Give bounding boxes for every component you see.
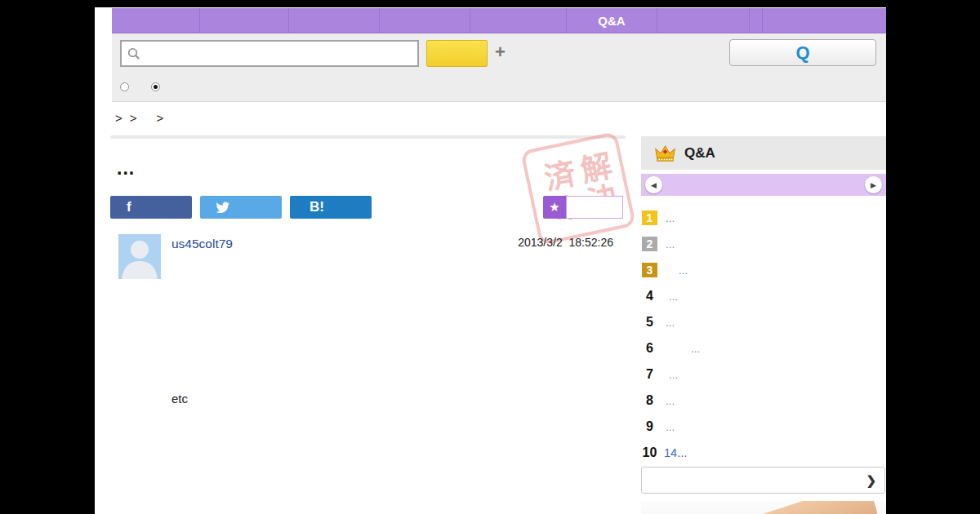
rank-badge-gold: 1 [642,210,657,225]
rank-number: 7 [642,367,657,382]
ranking-item-4[interactable]: 4 ... [641,283,886,309]
twitter-bird-icon [216,200,230,215]
nav-tab-4[interactable] [380,8,470,33]
rank-number: 8 [642,393,657,408]
question-title: ... [117,157,135,179]
search-input[interactable] [140,42,417,65]
chevron-right-icon: ❯ [866,473,876,488]
ranking-link[interactable]: ... [679,264,688,277]
search-icon [127,47,140,60]
ranking-link[interactable]: ... [666,212,675,224]
ranking-item-9[interactable]: 9 ... [641,414,886,440]
ranking-sidebar: Q&A ◀ ▶ 1 ... 2 ... 3 ... 4 [641,136,886,514]
search-scope-radio-1[interactable] [120,82,129,91]
ranking-link[interactable]: ... [669,369,678,381]
arm-photo-fragment [711,501,880,514]
hatena-bookmark-button[interactable]: B! [290,196,372,219]
ranking-more-button[interactable]: ❯ [641,467,885,494]
ranking-item-10[interactable]: 10 14... [641,440,886,466]
ranking-link[interactable]: ... [666,317,675,329]
content-page: Q&A + Q > > > ... 解決 済み f [95,7,886,514]
breadcrumb-separator: > [130,111,137,125]
post-body-text: etc [172,392,188,405]
favorite-widget: ★ [543,196,623,219]
ask-question-button[interactable]: Q [729,39,876,66]
favorite-star-button[interactable]: ★ [543,196,566,219]
username-link[interactable]: us45colt79 [172,237,233,251]
rank-badge-silver: 2 [642,237,657,251]
left-arrow-icon: ◀ [651,181,657,189]
ranking-link[interactable]: ... [669,290,678,303]
nav-tab-qa[interactable]: Q&A [567,8,657,33]
nav-tab-1[interactable] [112,8,200,33]
rank-number: 4 [642,289,657,304]
star-icon: ★ [549,200,559,215]
sidebar-image-teaser[interactable] [641,501,886,514]
ranking-item-8[interactable]: 8 ... [641,388,886,414]
carousel-next-button[interactable]: ▶ [865,176,882,193]
ranking-link[interactable]: 14... [664,446,687,459]
facebook-share-button[interactable]: f [110,196,192,219]
ranking-item-5[interactable]: 5 ... [641,309,886,335]
ranking-link[interactable]: ... [666,421,675,433]
search-scope-options [120,82,160,91]
nav-tab-2[interactable] [200,8,289,33]
twitter-share-button[interactable] [200,196,282,219]
ranking-item-6[interactable]: 6 ... [641,335,886,361]
ranking-link[interactable]: ... [691,343,700,355]
favorite-count [566,196,623,219]
nav-tab-5[interactable] [470,8,567,33]
plus-icon[interactable]: + [495,42,506,63]
facebook-icon: f [127,199,131,215]
rank-badge-bronze: 3 [642,263,657,277]
search-box[interactable] [120,40,419,67]
avatar[interactable] [118,234,161,279]
breadcrumb-separator: > [115,111,122,125]
nav-tab-8[interactable] [750,8,763,33]
breadcrumb: > > > [115,111,163,125]
nav-tab-7[interactable] [657,8,750,33]
nav-tab-3[interactable] [289,8,380,33]
sidebar-header: Q&A [641,136,886,170]
breadcrumb-separator: > [157,111,164,125]
nav-tab-9[interactable] [763,8,886,33]
search-scope-radio-2[interactable] [151,82,160,91]
solved-stamp: 解決 済み [520,131,636,246]
sidebar-title: Q&A [684,145,715,162]
ranking-item-2[interactable]: 2 ... [641,231,886,257]
category-carousel: ◀ ▶ [641,174,886,196]
post-datetime: 2013/3/2 18:52:26 [487,236,613,249]
ranking-item-3[interactable]: 3 ... [641,257,886,283]
ranking-link[interactable]: ... [666,238,675,250]
right-arrow-icon: ▶ [871,181,876,189]
section-divider [110,135,626,139]
ranking-list: 1 ... 2 ... 3 ... 4 ... 5 ... 6 ... [641,205,886,466]
ranking-item-1[interactable]: 1 ... [641,205,886,231]
hatena-icon: B! [310,199,324,215]
nav-tab-label: Q&A [598,14,625,28]
carousel-prev-button[interactable]: ◀ [645,176,662,193]
search-submit-button[interactable] [426,40,488,67]
rank-number: 6 [642,341,657,356]
search-header: + Q [112,33,886,102]
ranking-item-7[interactable]: 7 ... [641,361,886,388]
rank-number: 5 [642,315,657,330]
person-silhouette-icon [118,234,161,279]
crown-icon [654,144,676,163]
ranking-link[interactable]: ... [666,395,675,407]
top-nav: Q&A [112,8,886,33]
rank-number: 9 [642,419,657,434]
rank-number: 10 [642,445,657,460]
